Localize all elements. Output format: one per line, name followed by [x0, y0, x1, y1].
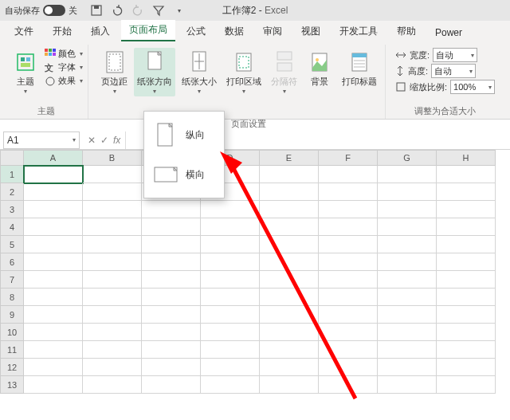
column-header[interactable]: G — [378, 150, 437, 166]
cell[interactable] — [24, 201, 83, 218]
cell[interactable] — [201, 271, 260, 289]
cell[interactable] — [319, 324, 378, 341]
cell[interactable] — [24, 306, 83, 324]
cell[interactable] — [437, 166, 496, 183]
cell[interactable] — [83, 166, 142, 183]
row-header[interactable]: 2 — [0, 183, 24, 201]
cell[interactable] — [260, 376, 319, 394]
cell[interactable] — [437, 236, 496, 253]
autosave-toggle[interactable]: 自动保存 关 — [5, 5, 77, 17]
cell[interactable] — [319, 271, 378, 289]
column-header[interactable]: B — [83, 150, 142, 166]
tab-help[interactable]: 帮助 — [389, 22, 424, 41]
cell[interactable] — [378, 324, 437, 341]
column-header[interactable]: A — [24, 150, 83, 166]
cell[interactable] — [83, 253, 142, 271]
name-box[interactable]: A1 ▾ — [3, 131, 80, 149]
cell[interactable] — [260, 359, 319, 376]
cell[interactable] — [319, 359, 378, 376]
cell[interactable] — [83, 201, 142, 218]
cell[interactable] — [319, 253, 378, 271]
cancel-icon[interactable]: ✕ — [88, 135, 96, 146]
cell[interactable] — [24, 218, 83, 236]
row-header[interactable]: 8 — [0, 289, 24, 306]
margins-button[interactable]: 页边距 ▾ — [98, 48, 131, 96]
tab-formulas[interactable]: 公式 — [178, 22, 214, 41]
breaks-button[interactable]: 分隔符 ▾ — [268, 48, 300, 96]
cell[interactable] — [24, 341, 83, 359]
cell[interactable] — [319, 201, 378, 218]
portrait-option[interactable]: 纵向 — [144, 115, 224, 155]
row-header[interactable]: 1 — [0, 166, 24, 183]
cell[interactable] — [319, 306, 378, 324]
row-header[interactable]: 9 — [0, 306, 24, 324]
cell[interactable] — [83, 376, 142, 394]
cell[interactable] — [437, 271, 496, 289]
cell[interactable] — [201, 236, 260, 253]
cell[interactable] — [24, 376, 83, 394]
orientation-button[interactable]: 纸张方向 ▾ — [134, 48, 175, 96]
themes-button[interactable]: 主题 ▾ — [10, 48, 41, 96]
cell[interactable] — [24, 359, 83, 376]
cell[interactable] — [142, 359, 201, 376]
cell[interactable] — [142, 306, 201, 324]
cell[interactable] — [142, 376, 201, 394]
cell[interactable] — [24, 289, 83, 306]
row-header[interactable]: 13 — [0, 376, 24, 394]
cell[interactable] — [142, 324, 201, 341]
cell[interactable] — [142, 201, 201, 218]
cell[interactable] — [437, 359, 496, 376]
cell[interactable] — [201, 376, 260, 394]
cell[interactable] — [378, 376, 437, 394]
cell[interactable] — [260, 183, 319, 201]
row-header[interactable]: 6 — [0, 253, 24, 271]
cell[interactable] — [378, 183, 437, 201]
tab-file[interactable]: 文件 — [6, 22, 41, 41]
cell[interactable] — [378, 271, 437, 289]
row-header[interactable]: 12 — [0, 359, 24, 376]
redo-icon[interactable] — [131, 4, 144, 17]
cell[interactable] — [83, 324, 142, 341]
cell[interactable] — [437, 324, 496, 341]
cell[interactable] — [437, 341, 496, 359]
cell[interactable] — [24, 324, 83, 341]
cell[interactable] — [83, 306, 142, 324]
cell[interactable] — [437, 289, 496, 306]
cell[interactable] — [319, 218, 378, 236]
cell[interactable] — [24, 271, 83, 289]
cell[interactable] — [24, 166, 83, 183]
column-header[interactable]: E — [260, 150, 319, 166]
cell[interactable] — [378, 201, 437, 218]
cell[interactable] — [142, 271, 201, 289]
scale-input[interactable]: 100% ▾ — [450, 80, 495, 94]
cell[interactable] — [437, 201, 496, 218]
cell[interactable] — [142, 341, 201, 359]
cell[interactable] — [437, 183, 496, 201]
print-area-button[interactable]: 打印区域 ▾ — [223, 48, 265, 96]
row-header[interactable]: 3 — [0, 201, 24, 218]
cell[interactable] — [378, 253, 437, 271]
cell[interactable] — [260, 341, 319, 359]
qat-more-icon[interactable]: ▾ — [173, 4, 186, 17]
cell[interactable] — [83, 289, 142, 306]
cell[interactable] — [142, 253, 201, 271]
tab-power[interactable]: Power — [427, 24, 470, 41]
cell[interactable] — [260, 166, 319, 183]
cell[interactable] — [83, 341, 142, 359]
cell[interactable] — [201, 218, 260, 236]
tab-review[interactable]: 审阅 — [255, 22, 290, 41]
background-button[interactable]: 背景 — [304, 48, 335, 88]
cell[interactable] — [437, 253, 496, 271]
undo-icon[interactable] — [111, 4, 124, 17]
effects-button[interactable]: 效果 ▾ — [45, 75, 83, 87]
cell[interactable] — [378, 341, 437, 359]
row-header[interactable]: 5 — [0, 236, 24, 253]
cell[interactable] — [201, 289, 260, 306]
cell[interactable] — [437, 306, 496, 324]
enter-icon[interactable]: ✓ — [100, 135, 108, 146]
landscape-option[interactable]: 横向 — [144, 155, 224, 194]
cell[interactable] — [260, 201, 319, 218]
cell[interactable] — [142, 236, 201, 253]
fonts-button[interactable]: 文 字体 ▾ — [45, 61, 83, 73]
cell[interactable] — [260, 271, 319, 289]
